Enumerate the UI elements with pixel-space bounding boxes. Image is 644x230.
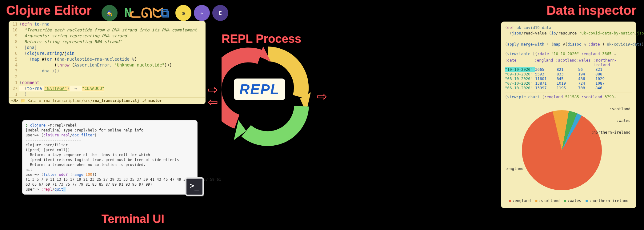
editor-gutter: 11109 876 543 2127 1 — [9, 21, 19, 97]
terminal-panel[interactable]: ❯ clojure -M:repl/rebel [Rebel readline]… — [22, 120, 198, 195]
arrow-repl-to-editor: ⇦ — [208, 95, 218, 109]
section-title-repl: REPL Process — [222, 32, 301, 46]
repl-center-label: REPL — [234, 79, 285, 100]
terminal-app-icon: >_ — [185, 177, 204, 196]
inspector-pie-chart: :scotland :wales :northern-ireland :engl… — [505, 102, 632, 197]
editor-status-folder: Kata — [28, 99, 37, 103]
inspector-table[interactable]: :date :england :scotland :wales :norther… — [505, 58, 632, 90]
emacs-icon: E — [212, 5, 228, 21]
table-row[interactable]: "10-10-2020" 3665 821 56 821 — [505, 67, 632, 72]
section-title-editor: Clojure Editor — [6, 3, 92, 18]
practicalli-avatar-icon: 🧙 — [102, 5, 118, 21]
table-row[interactable]: "09-10-2020" 5593 833 194 888 — [505, 72, 632, 76]
section-title-terminal: Terminal UI — [102, 212, 164, 226]
vscode-icon: ⧉ — [157, 5, 173, 21]
section-title-inspector: Data inspector — [546, 3, 636, 18]
cat-icon: ᓚᘏᗢ — [138, 5, 154, 21]
editor-tool-icons: 🧙 N ᓚᘏᗢ ⧉ ◑ ✧ E — [102, 5, 228, 21]
editor-status-branch: master — [149, 99, 162, 103]
editor-code[interactable]: (defn to-rna "Transcribe each nucleotide… — [19, 21, 205, 97]
pie-legend: :england :scotland :wales :northern-irel… — [505, 198, 632, 203]
cursive-icon: ✧ — [194, 5, 210, 21]
calva-icon: ◑ — [175, 5, 191, 21]
inspector-pie-expr: (view:pie-chart {:england 511585 :scotla… — [505, 94, 632, 100]
clojure-lang-icon: ⊚ — [39, 99, 41, 103]
git-branch-icon: ⎇ — [142, 99, 146, 103]
editor-mode-indicator: <N> — [11, 99, 18, 103]
clojure-editor-panel: 11109 876 543 2127 1 (defn to-rna "Trans… — [9, 21, 206, 104]
data-inspector-panel: (def uk-covid19-data (json/read-value (i… — [501, 22, 636, 208]
table-row[interactable]: "06-10-2020" 13997 1195 708 846 — [505, 86, 632, 90]
table-row[interactable]: "08-10-2020" 11601 845 486 1029 — [505, 76, 632, 81]
table-row[interactable]: "07-10-2020" 13871 1019 724 1087 — [505, 81, 632, 86]
editor-status-bar: <N> 📁 Kata ⊚ rna-transcription/src/rna_t… — [9, 97, 205, 104]
folder-icon: 📁 — [21, 99, 25, 103]
arrow-repl-to-inspector: ⇨ — [317, 89, 327, 103]
inspector-table-expr: (view:table [{:date "10-10-2020" :englan… — [505, 51, 632, 57]
